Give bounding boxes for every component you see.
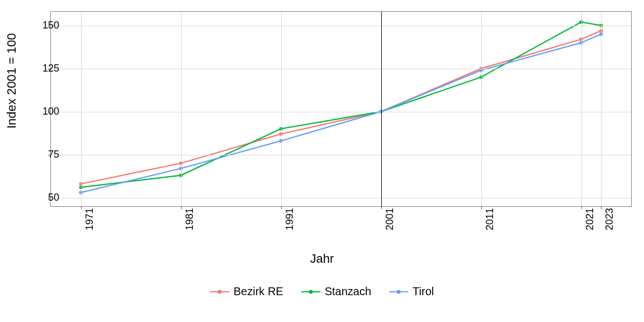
legend-swatch	[301, 287, 320, 297]
legend-swatch	[389, 287, 408, 297]
x-tick-label: 2001	[384, 208, 396, 242]
tick-mark-x	[481, 206, 482, 209]
legend-label: Tirol	[413, 285, 434, 298]
legend-item: Stanzach	[301, 285, 371, 298]
tick-mark-x	[581, 206, 582, 209]
gridline-h	[51, 155, 631, 155]
y-tick-label: 50	[31, 191, 59, 203]
gridline-v	[481, 12, 482, 206]
gridline-h	[51, 198, 631, 198]
x-tick-label: 1981	[184, 208, 196, 242]
tick-mark-x	[281, 206, 282, 209]
tick-mark-x	[81, 206, 82, 209]
plot-area	[50, 11, 632, 207]
tick-mark-x	[381, 206, 382, 209]
tick-mark-x	[601, 206, 602, 209]
legend-item: Tirol	[389, 285, 434, 298]
y-tick-label: 100	[31, 105, 59, 117]
chart-container: Index 2001 = 100 Jahr Bezirk REStanzachT…	[0, 0, 644, 322]
legend-swatch	[210, 287, 229, 297]
series-line	[81, 34, 602, 192]
x-tick-label: 1971	[84, 208, 96, 242]
gridline-v	[281, 12, 282, 206]
legend-label: Bezirk RE	[234, 285, 283, 298]
gridline-v	[601, 12, 602, 206]
legend-label: Stanzach	[325, 285, 371, 298]
legend-item: Bezirk RE	[210, 285, 283, 298]
gridline-h	[51, 112, 631, 112]
series-line	[81, 22, 602, 187]
gridline-v	[181, 12, 182, 206]
y-tick-label: 150	[31, 19, 59, 31]
gridline-h	[51, 69, 631, 69]
y-axis-label: Index 2001 = 100	[4, 33, 19, 129]
y-tick-label: 75	[31, 148, 59, 160]
gridline-h	[51, 26, 631, 26]
reference-line-2001	[381, 12, 382, 206]
x-axis-label: Jahr	[0, 252, 644, 266]
tick-mark-x	[181, 206, 182, 209]
legend: Bezirk REStanzachTirol	[0, 285, 644, 298]
x-tick-label: 2023	[604, 208, 615, 242]
x-tick-label: 2021	[584, 208, 596, 242]
series-svg	[51, 12, 631, 206]
x-tick-label: 2011	[484, 208, 496, 242]
y-tick-label: 125	[31, 62, 59, 74]
gridline-v	[81, 12, 82, 206]
gridline-v	[581, 12, 582, 206]
x-tick-label: 1991	[284, 208, 296, 242]
